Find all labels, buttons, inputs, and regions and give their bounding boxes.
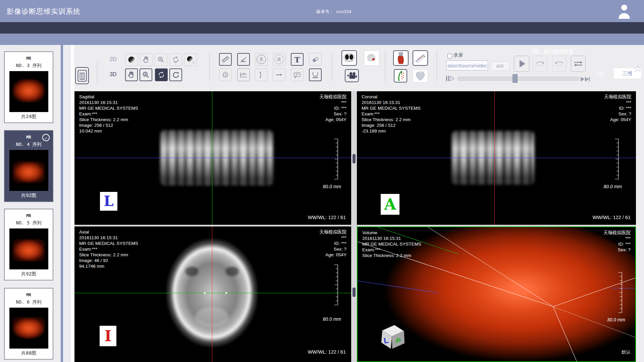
series-thumbnail	[9, 308, 48, 349]
knee-preset-button[interactable]	[393, 50, 409, 66]
dimension-tabbar: 二维 三维	[0, 34, 644, 45]
pan-3d-button[interactable]	[125, 68, 138, 81]
crosshair-vertical-red[interactable]	[494, 91, 495, 225]
preset-default-label[interactable]: 默认	[622, 349, 631, 355]
wwwl-2d-button[interactable]	[125, 53, 138, 66]
record-screen-checkbox[interactable]	[447, 54, 452, 58]
rotate-2d-button[interactable]	[169, 53, 182, 66]
record-path-input[interactable]	[446, 60, 488, 70]
eraser-tool-button[interactable]	[309, 53, 322, 66]
series-name: NO. 6 序列	[5, 299, 53, 305]
series-name: NO. 5 序列	[5, 220, 53, 226]
crosshair-dot	[204, 292, 206, 294]
text-tool-icon: T	[294, 55, 300, 64]
series-thumbnail	[9, 228, 48, 269]
loop-forward-button[interactable]	[533, 56, 547, 72]
scale-ruler	[332, 264, 339, 306]
main-roi-tool-button[interactable]: 主	[255, 53, 268, 66]
series-count: 共92图	[5, 271, 53, 277]
sagittal-info-right: 天堰模拟医院*** ID: ***Sex: ? Age: 054Y	[319, 94, 346, 122]
series-thumb-volume	[13, 79, 45, 102]
movie-camera-icon	[346, 71, 358, 81]
show-answer-button[interactable]: 显示教师答案	[531, 48, 574, 55]
curve-measure-tool-button[interactable]	[309, 68, 322, 81]
coronal-info-right: 天堰模拟医院*** ID: ***Sex: ? Age: 054Y	[604, 94, 631, 122]
sidebar-scrollbar[interactable]	[61, 45, 63, 362]
splitter-handle[interactable]	[353, 288, 356, 297]
wwwl-readout: WW/WL: 122 / 61	[592, 215, 631, 220]
text-tool-button[interactable]: T	[291, 53, 304, 66]
series-modality: MR	[5, 293, 53, 297]
sidebar-collapse-gutter[interactable]	[70, 45, 75, 362]
cine-slider-track[interactable]	[458, 77, 579, 81]
knee-bone-icon	[394, 52, 407, 64]
crosshair-horizontal-green[interactable]	[74, 293, 351, 293]
ruler-tool-button[interactable]	[219, 53, 232, 66]
loop-forward-icon	[535, 59, 545, 68]
refresh-icon	[172, 71, 180, 79]
reset-view-3d-button[interactable]	[169, 68, 182, 81]
series-card-no4-selected[interactable]: ✓ MR NO. 4 序列 共92图	[4, 130, 53, 202]
series-card-no3[interactable]: MR NO. 3 序列 共24图	[4, 51, 53, 123]
layout-button[interactable]	[75, 67, 89, 84]
slider-start-icon[interactable]	[445, 74, 455, 83]
viewport-axial[interactable]: Axial20161130 16:15:31 MR GE MEDICAL SYS…	[74, 226, 351, 362]
rotate-cycle-icon	[172, 56, 180, 64]
loop-backward-button[interactable]	[552, 56, 566, 72]
rotate-3d-button-active[interactable]	[155, 68, 168, 81]
ruler-label: 80.0 mm	[323, 184, 341, 189]
lungs-preset-button[interactable]	[341, 50, 357, 66]
viewport-coronal[interactable]: Coronal20161130 16:15:31 MR GE MEDICAL S…	[357, 91, 636, 225]
splitter-handle[interactable]	[353, 154, 356, 163]
arc-tool-button[interactable]	[255, 68, 268, 81]
bounce-loop-button[interactable]	[571, 56, 586, 72]
scale-ruler	[616, 272, 623, 314]
series-modality: MR	[5, 213, 53, 218]
user-avatar[interactable]	[617, 3, 631, 19]
series-count: 共24图	[5, 114, 53, 120]
crosshair-vertical-red[interactable]	[212, 226, 212, 362]
series-name: NO. 3 序列	[5, 63, 53, 69]
path-button[interactable]: 路径	[491, 61, 509, 71]
series-modality: MR	[5, 56, 53, 61]
secondary-roi-tool-button[interactable]: 次	[273, 53, 285, 66]
zoom-2d-button[interactable]	[155, 53, 167, 66]
axial-info-left: Axial20161130 16:15:31 MR GE MEDICAL SYS…	[79, 229, 138, 269]
wwwl-reset-2d-button[interactable]: c	[184, 53, 197, 66]
vertical-splitter[interactable]	[351, 91, 357, 362]
play-button[interactable]	[514, 56, 529, 72]
arc-icon	[257, 71, 265, 79]
label-2d: 2D	[110, 56, 116, 62]
heart-preset-button[interactable]	[413, 69, 428, 83]
angle-icon	[239, 55, 248, 63]
lungs-ct-icon	[343, 52, 356, 64]
skull-preset-button[interactable]	[364, 50, 379, 66]
crosshair-horizontal-blue[interactable]	[74, 158, 351, 158]
arrow-annotation-button[interactable]	[273, 68, 285, 81]
viewport-volume-selected[interactable]: Volume20161130 16:15:31 MR GE MEDICAL SY…	[357, 226, 636, 362]
crosshair-horizontal-blue[interactable]	[357, 158, 636, 158]
crosshair-vertical-green[interactable]	[212, 91, 212, 225]
zoom-in-icon	[157, 56, 165, 64]
record-cine-button[interactable]	[345, 69, 359, 82]
angle-tool-button[interactable]	[237, 53, 250, 66]
orientation-cube[interactable]: L P	[377, 321, 408, 353]
main-roi-icon: 主	[257, 55, 266, 64]
slider-end-icon[interactable]	[580, 76, 591, 83]
profile-curve-tool-button[interactable]	[237, 68, 250, 81]
zoom-3d-button[interactable]	[140, 68, 152, 81]
vessel-preset-button[interactable]	[394, 69, 407, 83]
series-name: NO. 4 序列	[5, 142, 53, 148]
axial-feature	[185, 267, 199, 276]
ruler-label: 30.0 mm	[607, 317, 625, 322]
localizer-tool-button[interactable]	[219, 68, 232, 81]
collapse-toolbar-button[interactable]	[633, 64, 642, 74]
volume-info-left: Volume20161130 16:15:31 MR GE MEDICAL SY…	[362, 230, 421, 258]
cine-slider-handle[interactable]	[513, 74, 518, 83]
viewport-sagittal[interactable]: Sagittal20161130 16:15:31 MR GE MEDICAL …	[74, 91, 351, 225]
comment-tool-button[interactable]	[291, 68, 304, 81]
series-card-no5[interactable]: MR NO. 5 序列 共92图	[4, 209, 53, 280]
series-card-no6[interactable]: MR NO. 6 序列 共88图	[4, 288, 53, 360]
spine-preset-button[interactable]	[413, 50, 428, 66]
pan-2d-button[interactable]	[140, 53, 153, 66]
